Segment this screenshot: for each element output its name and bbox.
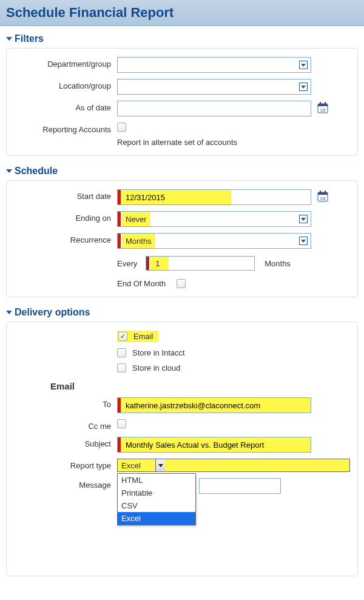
- reporting-accounts-checkbox[interactable]: [117, 123, 126, 132]
- recurrence-combo[interactable]: Months: [117, 233, 311, 249]
- store-cloud-checkbox[interactable]: [117, 363, 126, 372]
- dropdown-icon[interactable]: [297, 80, 310, 93]
- eom-label: End Of Month: [117, 279, 166, 288]
- every-value: 1: [150, 257, 169, 270]
- schedule-body: Start date 18 Ending on: [6, 180, 358, 297]
- svg-rect-10: [325, 190, 326, 194]
- to-label: To: [14, 397, 117, 409]
- filters-section: Filters Department/group Location/group: [6, 33, 358, 156]
- to-input[interactable]: [122, 398, 311, 413]
- reporttype-label: Report type: [14, 459, 117, 470]
- eom-checkbox[interactable]: [177, 279, 186, 288]
- ending-combo[interactable]: Never: [117, 211, 311, 227]
- reporttype-option[interactable]: HTML: [118, 474, 195, 487]
- svg-rect-4: [320, 102, 321, 105]
- form-content: Filters Department/group Location/group: [0, 26, 364, 600]
- message-label: Message: [14, 478, 117, 490]
- svg-rect-5: [325, 102, 326, 105]
- location-input[interactable]: [118, 79, 297, 94]
- startdate-label: Start date: [14, 189, 117, 201]
- svg-rect-3: [318, 104, 328, 106]
- svg-rect-8: [318, 192, 328, 195]
- required-indicator: [118, 234, 121, 248]
- subject-label: Subject: [14, 437, 117, 448]
- filters-header[interactable]: Filters: [6, 33, 358, 44]
- filters-title: Filters: [15, 33, 44, 44]
- collapse-icon: [6, 37, 12, 41]
- svg-text:18: 18: [320, 107, 326, 113]
- required-indicator: [118, 190, 121, 204]
- filters-body: Department/group Location/group: [6, 48, 358, 156]
- required-indicator: [146, 257, 149, 270]
- reporting-accounts-label: Reporting Accounts: [14, 123, 117, 134]
- reporttype-option[interactable]: Excel: [118, 512, 195, 525]
- reporttype-value: Excel: [118, 461, 155, 470]
- startdate-field[interactable]: [117, 189, 311, 205]
- startdate-input[interactable]: [122, 190, 231, 204]
- schedule-section: Schedule Start date 18 Ending on: [6, 166, 358, 297]
- collapse-icon: [6, 311, 12, 314]
- message-input[interactable]: [200, 479, 280, 493]
- ending-value: Never: [122, 212, 150, 226]
- delivery-title: Delivery options: [15, 307, 90, 318]
- dropdown-icon[interactable]: [297, 234, 310, 248]
- asofdate-field[interactable]: [117, 101, 311, 116]
- department-label: Department/group: [14, 57, 117, 69]
- delivery-section: Delivery options Email Store in Intacct: [6, 307, 358, 576]
- calendar-icon[interactable]: 18: [317, 102, 328, 116]
- svg-rect-9: [320, 190, 321, 194]
- email-checkbox[interactable]: [118, 332, 127, 341]
- location-combo[interactable]: [117, 79, 311, 95]
- every-input[interactable]: [169, 257, 254, 270]
- dropdown-caret-icon[interactable]: [155, 459, 165, 471]
- reporttype-option[interactable]: Printable: [118, 487, 195, 499]
- delivery-body: Email Store in Intacct Store in cloud Em…: [6, 322, 358, 576]
- store-intacct-checkbox[interactable]: [117, 348, 126, 357]
- reporting-accounts-hint: Report in alternate set of accounts: [117, 138, 350, 147]
- asofdate-label: As of date: [14, 101, 117, 112]
- location-label: Location/group: [14, 79, 117, 90]
- to-field[interactable]: [117, 397, 311, 413]
- department-combo[interactable]: [117, 57, 311, 73]
- asofdate-input[interactable]: [118, 101, 311, 116]
- required-indicator: [118, 212, 121, 226]
- dropdown-icon[interactable]: [297, 212, 310, 226]
- subject-input[interactable]: [122, 437, 311, 452]
- ccme-checkbox[interactable]: [117, 419, 126, 428]
- department-input[interactable]: [118, 58, 297, 72]
- svg-text:18: 18: [320, 196, 326, 201]
- schedule-header[interactable]: Schedule: [6, 166, 358, 177]
- subject-field[interactable]: [117, 437, 311, 453]
- email-subhead: Email: [50, 381, 350, 391]
- schedule-title: Schedule: [15, 166, 58, 177]
- recurrence-label: Recurrence: [14, 233, 117, 244]
- page-title: Schedule Financial Report: [0, 0, 364, 26]
- reporttype-option[interactable]: CSV: [118, 499, 195, 512]
- store-intacct-label: Store in Intacct: [132, 348, 185, 357]
- delivery-header[interactable]: Delivery options: [6, 307, 358, 318]
- store-cloud-label: Store in cloud: [132, 363, 181, 372]
- every-field[interactable]: 1: [146, 256, 255, 271]
- reporttype-select[interactable]: Excel HTML Printable CSV Excel: [117, 459, 350, 472]
- calendar-icon[interactable]: 18: [317, 190, 328, 204]
- every-unit: Months: [265, 259, 291, 268]
- ending-label: Ending on: [14, 211, 117, 223]
- email-option-label: Email: [133, 332, 153, 341]
- recurrence-value: Months: [122, 234, 155, 248]
- required-indicator: [118, 437, 121, 452]
- every-label: Every: [117, 259, 137, 268]
- dropdown-icon[interactable]: [297, 58, 310, 72]
- required-indicator: [118, 398, 121, 413]
- reporttype-dropdown[interactable]: HTML Printable CSV Excel: [117, 473, 196, 525]
- ccme-label: Cc me: [14, 419, 117, 431]
- message-field[interactable]: [199, 478, 281, 494]
- collapse-icon: [6, 169, 12, 173]
